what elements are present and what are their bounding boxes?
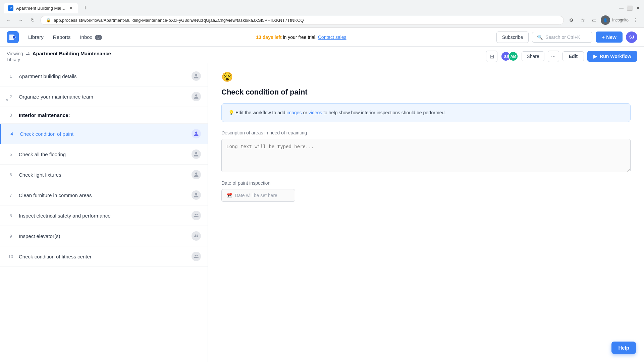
subscribe-button[interactable]: Subscribe [496,32,529,43]
browser-chrome: P Apartment Building Maintenance... ✕ + … [0,0,644,28]
description-label: Description of areas in need of repainti… [221,130,631,135]
avatar[interactable]: SJ [626,32,637,43]
task-number-8: 8 [7,213,15,218]
task-avatar-9 [192,231,201,241]
task-avatar-2 [192,92,201,101]
task-item-10[interactable]: 10 Check condition of fitness center [0,246,208,267]
date-picker[interactable]: 📅 Date will be set here [221,189,295,202]
new-button[interactable]: + New [596,32,623,43]
menu-icon[interactable]: ⋮ [631,15,640,25]
viewing-title: Viewing ⇄ Apartment Building Maintenance [7,51,111,56]
collaborator-avatars: SJ AM [501,51,518,61]
nav-reports[interactable]: Reports [49,32,75,43]
address-bar[interactable]: 🔒 app.process.st/workflows/Apartment-Bui… [40,16,564,25]
run-workflow-label: Run Workflow [600,54,631,59]
task-label-3: Interior maintenance: [19,112,201,118]
browser-tab[interactable]: P Apartment Building Maintenance... ✕ [4,3,78,13]
viewing-bar: Viewing ⇄ Apartment Building Maintenance… [0,47,644,63]
task-label-7: Clean furniture in common areas [19,192,192,198]
task-number-10: 10 [7,254,15,259]
browser-titlebar: P Apartment Building Maintenance... ✕ + … [0,0,644,13]
task-label-2: Organize your maintenance team [19,94,192,100]
task-item-3[interactable]: 3 Interior maintenance: [0,107,208,124]
task-detail-title: Check condition of paint [221,88,631,97]
info-banner: 💡 Edit the workflow to add images or vid… [221,103,631,122]
task-label-4: Check condition of paint [20,131,192,137]
task-item-9[interactable]: 9 Inspect elevator(s) [0,226,208,246]
breadcrumb: Library [7,57,111,62]
viewing-actions: ⊞ SJ AM Share ··· Edit ▶ Run Workflow [486,51,637,62]
task-label-1: Apartment building details [19,73,192,79]
window-minimize[interactable]: ─ [619,5,624,12]
videos-link[interactable]: videos [309,110,322,115]
task-item-4[interactable]: 4 Check condition of paint [0,124,208,144]
browser-toolbar-actions: ⚙ ☆ ▭ 👤 Incognito ⋮ [567,15,640,25]
description-textarea[interactable] [221,139,631,172]
cycle-indicator-2: ↻ [5,98,8,102]
task-item-1[interactable]: 1 Apartment building details [0,66,208,86]
task-label-6: Check light fixtures [19,172,192,178]
grid-icon: ⊞ [490,53,494,60]
svg-point-1 [13,36,15,39]
task-label-8: Inspect electrical safety and performanc… [19,213,192,219]
task-number-7: 7 [7,193,15,198]
nav-library[interactable]: Library [24,32,48,43]
refresh-button[interactable]: ↻ [28,15,38,25]
task-avatar-8 [192,211,201,220]
play-icon: ▶ [593,54,597,59]
task-item-7[interactable]: 7 Clean furniture in common areas [0,185,208,205]
task-avatar-5 [192,149,201,159]
window-close[interactable]: ✕ [636,5,640,11]
forward-button[interactable]: → [16,15,25,25]
search-bar[interactable]: 🔍 Search or Ctrl+K [532,32,592,43]
app-logo[interactable] [7,31,19,43]
task-detail: 😵 Check condition of paint 💡 Edit the wo… [208,63,644,362]
workflow-name: Apartment Building Maintenance [33,51,111,56]
task-list: 1 Apartment building details 2 ↻ Organiz… [0,63,208,362]
viewing-label: Viewing [7,51,23,56]
window-maximize[interactable]: ⬜ [627,5,633,11]
date-placeholder: Date will be set here [235,193,277,198]
task-item-5[interactable]: 5 Check all the flooring [0,144,208,165]
more-options-button[interactable]: ··· [548,51,559,62]
task-item-8[interactable]: 8 Inspect electrical safety and performa… [0,205,208,226]
task-number-5: 5 [7,152,15,157]
task-item-2[interactable]: 2 ↻ Organize your maintenance team [0,86,208,107]
share-button[interactable]: Share [522,51,544,61]
back-button[interactable]: ← [4,15,13,25]
contact-sales-link[interactable]: Contact sales [318,35,346,40]
task-label-10: Check condition of fitness center [19,254,192,259]
address-text: app.process.st/workflows/Apartment-Build… [54,18,558,23]
images-link[interactable]: images [286,110,302,115]
tab-close-button[interactable]: ✕ [68,5,74,11]
bookmark-icon[interactable]: ☆ [578,15,587,25]
tab-title: Apartment Building Maintenance... [16,6,66,11]
task-label-9: Inspect elevator(s) [19,233,192,239]
nav-inbox[interactable]: Inbox 5 [76,32,106,43]
search-placeholder: Search or Ctrl+K [545,35,580,40]
edit-button[interactable]: Edit [562,51,584,61]
tab-favicon: P [8,5,13,11]
task-avatar-4 [192,129,201,138]
info-text-after: to help show how interior inspections sh… [323,110,446,115]
info-text-before: Edit the workflow to add [235,110,287,115]
help-button[interactable]: Help [611,342,636,354]
task-avatar-6 [192,170,201,179]
task-number-4: 4 [8,131,16,136]
app: Library Reports Inbox 5 13 days left in … [0,28,644,362]
profile-button[interactable]: 👤 [601,15,610,25]
grid-view-button[interactable]: ⊞ [486,51,497,62]
calendar-icon: 📅 [226,193,232,198]
browser-toolbar: ← → ↻ 🔒 app.process.st/workflows/Apartme… [0,13,644,27]
task-avatar-1 [192,71,201,81]
extension-icon[interactable]: ⚙ [567,15,576,25]
new-tab-button[interactable]: + [80,3,90,13]
run-workflow-button[interactable]: ▶ Run Workflow [587,51,637,62]
sidebar-icon[interactable]: ▭ [589,15,599,25]
task-emoji: 😵 [221,71,631,82]
task-number-2: 2 ↻ [7,94,15,99]
task-item-6[interactable]: 6 Check light fixtures [0,165,208,185]
avatar-am[interactable]: AM [508,51,518,61]
main-content: 1 Apartment building details 2 ↻ Organiz… [0,63,644,362]
app-nav: Library Reports Inbox 5 [24,32,106,43]
